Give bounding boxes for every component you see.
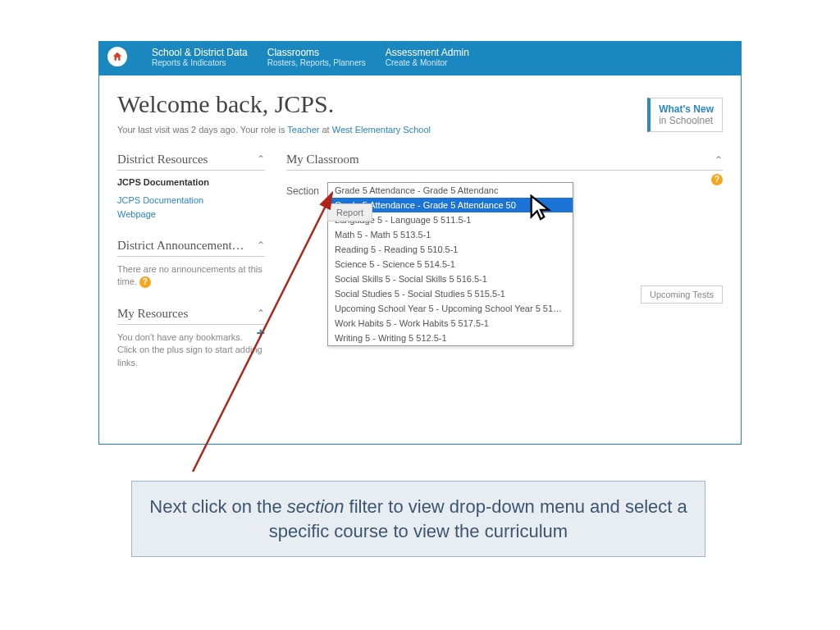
school-link[interactable]: West Elementary School xyxy=(332,125,431,135)
right-column: My Classroom ⌃ ? Section Report Grade 5 … xyxy=(286,149,723,445)
caption-em: section xyxy=(287,496,345,517)
add-bookmark-button[interactable]: + xyxy=(256,325,265,342)
section-label: Section xyxy=(286,182,319,197)
dropdown-option[interactable]: Upcoming School Year 5 - Upcoming School… xyxy=(328,301,573,316)
dropdown-option[interactable]: Social Skills 5 - Social Skills 5 516.5-… xyxy=(328,272,573,286)
nav-title: Assessment Admin xyxy=(386,47,469,58)
whats-new-sub: in Schoolnet xyxy=(659,115,714,126)
whats-new-card[interactable]: What's New in Schoolnet xyxy=(647,98,723,132)
instruction-caption: Next click on the section filter to view… xyxy=(131,481,705,557)
my-resources-body: You don't have any bookmarks. Click on t… xyxy=(117,331,265,369)
left-column: District Resources ⌃ JCPS Documentation … xyxy=(117,149,265,445)
panel-title: My Resources xyxy=(117,307,188,321)
my-classroom-header[interactable]: My Classroom ⌃ xyxy=(286,149,723,171)
page-body: Welcome back, JCPS. Your last visit was … xyxy=(99,75,741,445)
jcps-doc-label: JCPS Documentation xyxy=(117,177,265,187)
caption-pre: Next click on the xyxy=(149,496,287,517)
panel-title: District Announcement… xyxy=(117,239,244,253)
dropdown-option[interactable]: Work Habits 5 - Work Habits 5 517.5-1 xyxy=(328,316,573,331)
nav-school-district[interactable]: School & District Data Reports & Indicat… xyxy=(152,47,248,67)
top-nav: School & District Data Reports & Indicat… xyxy=(99,42,741,75)
chevron-up-icon: ⌃ xyxy=(257,153,265,166)
home-button[interactable] xyxy=(107,47,127,66)
help-icon[interactable]: ? xyxy=(139,276,151,288)
dropdown-option[interactable]: Reading 5 - Reading 5 510.5-1 xyxy=(328,242,573,257)
nav-assessment[interactable]: Assessment Admin Create & Monitor xyxy=(386,47,469,67)
home-icon xyxy=(112,51,123,62)
upcoming-tests-tab[interactable]: Upcoming Tests xyxy=(641,285,723,304)
nav-classrooms[interactable]: Classrooms Rosters, Reports, Planners xyxy=(267,47,366,67)
dropdown-option[interactable]: Social Studies 5 - Social Studies 5 515.… xyxy=(328,286,573,301)
nav-sub: Reports & Indicators xyxy=(152,58,248,67)
page-title: Welcome back, JCPS. xyxy=(117,90,723,118)
my-resources-header[interactable]: My Resources ⌃ xyxy=(117,304,265,325)
nav-sub: Create & Monitor xyxy=(386,58,469,67)
chevron-up-icon: ⌃ xyxy=(257,308,265,320)
district-resources-header[interactable]: District Resources ⌃ xyxy=(117,149,265,171)
role-link[interactable]: Teacher xyxy=(287,125,319,135)
nav-title: School & District Data xyxy=(152,47,248,58)
report-button[interactable]: Report xyxy=(327,203,372,221)
last-visit-line: Your last visit was 2 days ago. Your rol… xyxy=(117,125,723,135)
chevron-up-icon: ⌃ xyxy=(714,154,723,166)
nav-title: Classrooms xyxy=(267,47,366,58)
subline-prefix: Your last visit was 2 days ago. Your rol… xyxy=(117,125,287,135)
dropdown-option[interactable]: Science 5 - Science 5 514.5-1 xyxy=(328,257,573,272)
app-window: School & District Data Reports & Indicat… xyxy=(98,41,742,445)
dropdown-option[interactable]: Grade 5 Attendance - Grade 5 Attendanc xyxy=(328,183,573,198)
subline-mid: at xyxy=(319,125,331,135)
panel-title: My Classroom xyxy=(286,153,359,167)
district-announcement-header[interactable]: District Announcement… ⌃ xyxy=(117,235,265,257)
jcps-doc-link[interactable]: JCPS Documentation xyxy=(117,194,265,208)
chevron-up-icon: ⌃ xyxy=(257,240,265,252)
announcement-body: There are no announcements at this time.… xyxy=(117,263,265,289)
nav-sub: Rosters, Reports, Planners xyxy=(267,58,366,67)
webpage-link[interactable]: Webpage xyxy=(117,208,265,221)
dropdown-option[interactable]: Writing 5 - Writing 5 512.5-1 xyxy=(328,331,573,345)
panel-title: District Resources xyxy=(117,153,208,167)
dropdown-option[interactable]: Math 5 - Math 5 513.5-1 xyxy=(328,227,573,242)
whats-new-title: What's New xyxy=(659,103,714,115)
